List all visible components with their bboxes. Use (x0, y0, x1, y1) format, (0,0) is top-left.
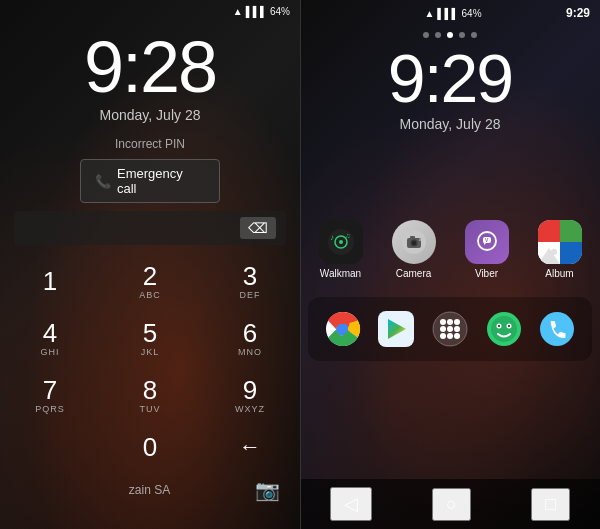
signal-icon: ▌▌▌ (246, 6, 267, 17)
left-date-display: Monday, July 28 (0, 107, 300, 123)
dock-facemoji[interactable] (482, 307, 526, 351)
phone-icon: 📞 (95, 174, 111, 189)
svg-point-26 (447, 319, 453, 325)
svg-rect-9 (410, 236, 415, 239)
svg-point-31 (440, 333, 446, 339)
svg-point-25 (440, 319, 446, 325)
backspace-button[interactable]: ⌫ (240, 217, 276, 239)
home-button[interactable]: ○ (432, 488, 471, 521)
back-button[interactable]: ◁ (330, 487, 372, 521)
svg-point-27 (454, 319, 460, 325)
key-empty (0, 424, 100, 470)
right-status-bar: ▲ ▌▌▌ 64% 9:29 (300, 0, 600, 24)
svg-point-32 (447, 333, 453, 339)
dock-play-store[interactable] (374, 307, 418, 351)
svg-point-21 (338, 324, 348, 334)
svg-point-39 (508, 325, 510, 327)
emergency-call-button[interactable]: 📞 Emergency call (80, 159, 220, 203)
camera-shortcut-button[interactable]: 📷 (255, 478, 280, 502)
battery-indicator: 64% (270, 6, 290, 17)
key-9[interactable]: 9 WXYZ (200, 367, 300, 424)
album-label: Album (545, 268, 573, 279)
camera-label: Camera (396, 268, 432, 279)
album-icon (538, 220, 582, 264)
left-status-bar: ▲ ▌▌▌ 64% (0, 0, 300, 21)
left-status-icons: ▲ ▌▌▌ 64% (233, 6, 290, 17)
right-wifi-icon: ▲ (424, 8, 434, 19)
key-8[interactable]: 8 TUV (100, 367, 200, 424)
lock-screen: ▲ ▌▌▌ 64% 9:28 Monday, July 28 Incorrect… (0, 0, 300, 529)
svg-rect-16 (560, 242, 582, 264)
left-time-display: 9:28 (0, 31, 300, 103)
walkman-label: Walkman (320, 268, 361, 279)
key-7[interactable]: 7 PQRS (0, 367, 100, 424)
panel-divider (300, 0, 301, 529)
recent-button[interactable]: □ (531, 488, 570, 521)
key-delete[interactable]: ← (200, 424, 300, 470)
key-4[interactable]: 4 GHI (0, 310, 100, 367)
right-signal-icon: ▌▌▌ (437, 8, 458, 19)
key-6[interactable]: 6 MNO (200, 310, 300, 367)
app-viber[interactable]: V Viber (450, 212, 523, 287)
dock-apps[interactable] (428, 307, 472, 351)
delete-arrow-icon: ← (239, 434, 261, 460)
pin-input-row: ⌫ (14, 211, 286, 245)
navigation-bar: ◁ ○ □ (300, 479, 600, 529)
svg-point-33 (454, 333, 460, 339)
right-status-time: 9:29 (566, 6, 590, 20)
left-bottom-bar: zain SA 📷 (0, 470, 300, 506)
svg-point-18 (551, 249, 557, 255)
app-camera[interactable]: Camera (377, 212, 450, 287)
key-0[interactable]: 0 (100, 424, 200, 470)
right-time-display: 9:29 (300, 44, 600, 112)
right-clock: 9:29 Monday, July 28 (300, 38, 600, 132)
right-date-display: Monday, July 28 (300, 116, 600, 132)
app-album[interactable]: Album (523, 212, 596, 287)
svg-point-29 (447, 326, 453, 332)
viber-label: Viber (475, 268, 498, 279)
svg-text:♫: ♫ (345, 232, 350, 239)
carrier-label: zain SA (44, 483, 255, 497)
svg-point-2 (339, 240, 343, 244)
dock-chrome[interactable] (321, 307, 365, 351)
camera-icon (392, 220, 436, 264)
right-status-icons: ▲ ▌▌▌ 64% (424, 8, 481, 19)
svg-point-28 (440, 326, 446, 332)
walkman-icon: ♪ ♫ (319, 220, 363, 264)
key-2[interactable]: 2 ABC (100, 253, 200, 310)
svg-point-38 (498, 325, 500, 327)
emergency-call-label: Emergency call (117, 166, 205, 196)
app-walkman[interactable]: ♪ ♫ Walkman (304, 212, 377, 287)
dock-phone[interactable] (535, 307, 579, 351)
left-clock: 9:28 Monday, July 28 (0, 21, 300, 123)
right-battery-indicator: 64% (462, 8, 482, 19)
svg-rect-14 (560, 220, 582, 242)
svg-point-30 (454, 326, 460, 332)
svg-point-10 (419, 239, 421, 241)
key-3[interactable]: 3 DEF (200, 253, 300, 310)
viber-icon: V (465, 220, 509, 264)
key-5[interactable]: 5 JKL (100, 310, 200, 367)
svg-point-8 (412, 241, 416, 245)
svg-point-35 (491, 316, 517, 342)
key-1[interactable]: 1 (0, 253, 100, 310)
numpad: 1 2 ABC 3 DEF 4 GHI 5 JKL 6 MNO 7 PQRS 8 (0, 253, 300, 470)
svg-text:♪: ♪ (330, 233, 334, 242)
dock (308, 297, 592, 361)
app-grid: ♪ ♫ Walkman Camera (300, 212, 600, 287)
wifi-icon: ▲ (233, 6, 243, 17)
incorrect-pin-label: Incorrect PIN (0, 137, 300, 151)
svg-point-40 (540, 312, 574, 346)
svg-rect-13 (538, 220, 560, 242)
home-screen: ▲ ▌▌▌ 64% 9:29 9:29 Monday, July 28 (300, 0, 600, 529)
